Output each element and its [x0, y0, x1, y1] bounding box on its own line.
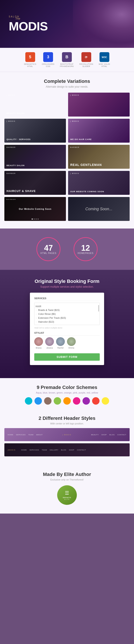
- nav2-shop[interactable]: SHOP: [69, 449, 75, 451]
- nav-item-home[interactable]: HOME: [8, 434, 13, 436]
- screenshot-4[interactable]: | MODIS WE DO HAIR CARE: [68, 119, 130, 143]
- badge-bootstrap-label: BOOTSTRAPFRAMEWORK: [60, 63, 74, 68]
- color-dot-purple[interactable]: [83, 397, 90, 404]
- color-dot-pink[interactable]: [73, 397, 80, 404]
- header-preview-2: |MODIS HOME SERVICES TEAM GALLERY BLOG S…: [4, 443, 130, 456]
- stylist-jessica[interactable]: Jessica: [45, 337, 54, 349]
- color-dot-brown[interactable]: [44, 397, 51, 404]
- nav-item-team[interactable]: TEAM: [28, 434, 33, 436]
- stylist-emma[interactable]: Emma: [67, 337, 76, 349]
- badge-css: 3 ORGANIZEDCSS: [42, 52, 54, 68]
- nav-item-services[interactable]: SERVICES: [16, 434, 26, 436]
- screenshot-10[interactable]: Coming Soon...: [68, 197, 130, 221]
- envato-badge[interactable]: ☰ ENVATO ELITE: [57, 485, 77, 505]
- ss-label-1: BEAUTY SALON: [7, 112, 25, 114]
- service-item-1[interactable]: Braids & Twist ($15): [36, 308, 98, 312]
- revolution-icon: ⟳: [81, 52, 91, 62]
- ss-label-10: Coming Soon...: [85, 207, 112, 211]
- screenshot-2[interactable]: | MODIS: [68, 92, 130, 116]
- header-styles-section: 2 Different Header Styles With center or…: [0, 411, 134, 465]
- services-section-title: Services: [34, 297, 100, 301]
- envato-sublabel: ELITE: [64, 498, 70, 500]
- stylist-briana[interactable]: Briana: [34, 337, 43, 349]
- ss-label-6: REAL GENTLEMAN: [70, 163, 102, 166]
- badge-revolution: ⟳ REVOLUTIONSLIDER: [80, 52, 93, 68]
- stylist-rachel[interactable]: Rachel: [56, 337, 65, 349]
- screenshot-7[interactable]: BARBER HAIRCUT & SHAVE: [4, 171, 66, 195]
- ss-label-5: BEAUTY SALON: [7, 164, 25, 166]
- stat-homepages-number: 12: [81, 244, 90, 252]
- header-nav-left: HOME SERVICES TEAM ABOUT: [8, 434, 43, 436]
- hero-logo: SALON The MODIS: [9, 16, 48, 32]
- color-schemes-subtitle: Aqua, blue, brown, green, orange, pink, …: [4, 391, 130, 394]
- stat-html-number: 47: [44, 244, 53, 252]
- ss-brand-4: | MODIS: [70, 120, 79, 122]
- elite-title: Made By Elite Author: [4, 472, 130, 477]
- badge-w3c-label: W3C VALIDHTML: [99, 63, 110, 68]
- html5-icon: 5: [25, 52, 35, 62]
- submit-form-button[interactable]: SUBMIT FORM: [34, 353, 100, 361]
- screenshot-8[interactable]: | MODIS Our Website Coming Soon: [68, 171, 130, 195]
- nav-item-contact[interactable]: CONTACT: [117, 434, 126, 436]
- service-item-3[interactable]: Extension Per Track ($15): [36, 316, 98, 320]
- screenshot-5[interactable]: BARBER BEAUTY SALON: [4, 145, 66, 169]
- screenshot-3[interactable]: | MODIS QUALITY · SERVICES: [4, 119, 66, 143]
- nav2-contact[interactable]: CONTACT: [77, 449, 86, 451]
- stats-section: 47 HTML PAGES 12 HOMEPAGES: [0, 228, 134, 270]
- nav2-gallery[interactable]: GALLERY: [49, 449, 58, 451]
- scrollbar[interactable]: [98, 305, 99, 312]
- service-item-2[interactable]: Color Rinse ($5): [36, 312, 98, 316]
- color-dot-red[interactable]: [92, 397, 100, 404]
- hair-category: Hair: [36, 305, 98, 308]
- header-styles-title: 2 Different Header Styles: [4, 416, 130, 421]
- color-dots-row: [4, 397, 130, 404]
- color-schemes-section: 9 Premade Color Schemes Aqua, blue, brow…: [0, 378, 134, 411]
- nav-item-about[interactable]: ABOUT: [36, 434, 43, 436]
- color-dot-green[interactable]: [54, 397, 61, 404]
- stylist-name-jessica: Jessica: [46, 347, 53, 349]
- color-dot-blue[interactable]: [34, 397, 42, 404]
- tech-badges-bar: 5 SEMANTICSHTML 3 ORGANIZEDCSS B BOOTSTR…: [0, 48, 134, 72]
- ss-brand-8: | MODIS: [70, 173, 79, 174]
- nav2-home[interactable]: HOME: [21, 449, 27, 451]
- stylist-section-title: Stylist: [34, 332, 100, 336]
- variations-section: Complete Variations Alternate design to …: [0, 72, 134, 228]
- ss-brand-7: BARBER: [7, 173, 16, 174]
- nav-item-shop[interactable]: SHOP: [101, 434, 107, 436]
- stylist-name-emma: Emma: [69, 347, 74, 349]
- header-preview-1: HOME SERVICES TEAM ABOUT | MODIS BEAUTY …: [4, 428, 130, 441]
- ss-label-4: WE DO HAIR CARE: [70, 138, 92, 140]
- stylist-avatar-emma: [67, 337, 76, 346]
- nav2-team[interactable]: TEAM: [42, 449, 47, 451]
- screenshot-9[interactable]: BARBER Our Website Coming Soon: [4, 197, 66, 221]
- screenshot-1[interactable]: | MODIS BEAUTY SALON: [4, 92, 66, 116]
- header-style-subtitle: With center or left logo position.: [4, 422, 130, 425]
- ss-brand-9: BARBER: [7, 199, 16, 200]
- nav2-blog[interactable]: BLOG: [61, 449, 66, 451]
- elite-subtitle: Exclusive only on Themeforest!: [4, 478, 130, 481]
- color-dot-orange[interactable]: [63, 397, 71, 404]
- screenshot-6[interactable]: BARBER REAL GENTLEMAN: [68, 145, 130, 169]
- booking-subtitle: Support multiple services and stylist se…: [4, 285, 130, 288]
- service-item-4[interactable]: Haircolor ($13): [36, 320, 98, 324]
- header-salon-label: | MODIS: [62, 434, 71, 436]
- stat-html-label: HTML PAGES: [40, 252, 56, 254]
- color-dot-aqua[interactable]: [25, 397, 32, 404]
- nav-dot: [38, 218, 39, 220]
- color-dot-yellow[interactable]: [102, 397, 109, 404]
- header-left-logo: |MODIS: [8, 449, 16, 451]
- services-scroll-list[interactable]: Hair Braids & Twist ($15) Color Rinse ($…: [34, 303, 100, 325]
- envato-label: ENVATO: [63, 496, 71, 498]
- ss-brand-2: | MODIS: [70, 94, 79, 96]
- nav-item-beauty[interactable]: BEAUTY: [91, 434, 99, 436]
- badge-bootstrap: B BOOTSTRAPFRAMEWORK: [60, 52, 74, 68]
- stylist-name-rachel: Rachel: [57, 347, 63, 349]
- w3c-icon: W3C: [100, 52, 109, 62]
- nav-dot: [36, 218, 37, 220]
- stylist-avatar-rachel: [56, 337, 65, 346]
- stylist-name-briana: Briana: [36, 347, 41, 349]
- nav-item-blog[interactable]: BLOG: [109, 434, 115, 436]
- nav2-services[interactable]: SERVICES: [29, 449, 39, 451]
- variations-subtitle: Alternate design to suite your needs.: [4, 85, 130, 88]
- stylist-row: Briana Jessica Rachel Emma: [34, 337, 100, 349]
